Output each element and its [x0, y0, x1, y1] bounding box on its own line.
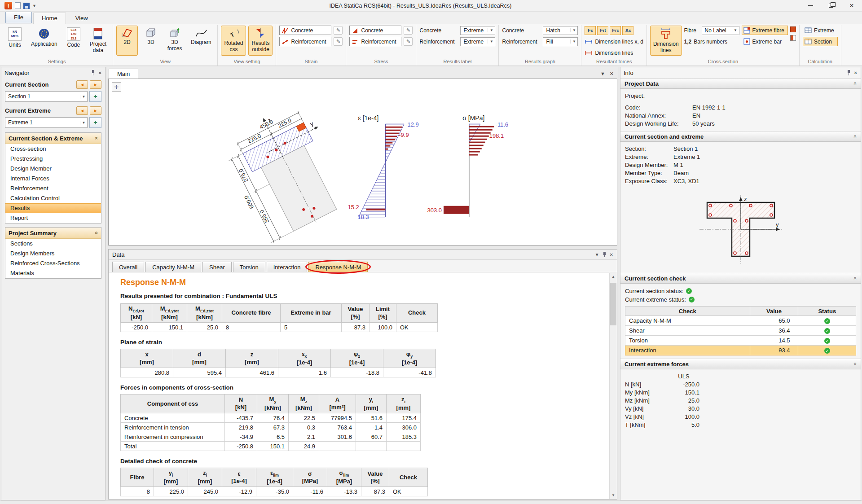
sidebar-item-reinforced-cross-sections[interactable]: Reinforced Cross-Sections	[5, 259, 101, 268]
data-tab-torsion[interactable]: Torsion	[233, 262, 265, 272]
previous-section-button[interactable]: ◄	[76, 80, 88, 89]
data-tab-interaction[interactable]: Interaction	[267, 262, 308, 272]
extreme-bar-color-icon[interactable]	[790, 35, 796, 41]
bars-numbers-toggle[interactable]: 1,2 Bars numbers	[684, 37, 739, 46]
application-icon	[38, 27, 50, 40]
scroll-up-icon[interactable]: ▲	[610, 273, 617, 280]
check-row-interaction[interactable]: Interaction93.4✓	[625, 346, 856, 355]
section-check-header[interactable]: Current section check »	[620, 273, 861, 284]
frc-toggle[interactable]: Frc	[610, 26, 621, 35]
edit-stress-reinforcement-icon[interactable]: ✎	[404, 37, 413, 46]
stress-concrete-toggle[interactable]: Concrete	[349, 26, 401, 35]
strain-concrete-toggle[interactable]: Concrete	[279, 26, 331, 35]
close-icon[interactable]: ✕	[854, 70, 858, 75]
edit-strain-concrete-icon[interactable]: ✎	[334, 26, 343, 35]
tab-home[interactable]: Home	[33, 13, 66, 24]
fibre-label-select[interactable]: No Label ▼	[702, 26, 739, 35]
view-3d-forces-button[interactable]: 3Dforces	[164, 26, 185, 56]
pin-icon[interactable]	[847, 70, 851, 75]
view-3d-button[interactable]: 3D	[140, 26, 162, 56]
strain-reinforcement-toggle[interactable]: Reinforcement	[279, 37, 331, 46]
sidebar-item-report[interactable]: Report	[5, 213, 101, 223]
sidebar-item-sections[interactable]: Sections	[5, 239, 101, 249]
edit-strain-reinforcement-icon[interactable]: ✎	[334, 37, 343, 46]
tab-file[interactable]: File	[5, 12, 32, 23]
edit-stress-concrete-icon[interactable]: ✎	[404, 26, 413, 35]
data-tab-overall[interactable]: Overall	[112, 262, 144, 272]
dimension-lines-xd-toggle[interactable]: Dimension lines x, d	[585, 37, 643, 46]
add-section-button[interactable]: +	[89, 91, 101, 102]
check-row-capacity-n-m-m[interactable]: Capacity N-M-M65.0✓	[625, 316, 856, 326]
expand-view-icon[interactable]: ✛	[112, 82, 121, 92]
tab-main[interactable]: Main	[109, 69, 138, 79]
chevron-down-icon[interactable]: ▼	[595, 252, 599, 257]
extreme-fibre-color-icon[interactable]	[790, 26, 796, 32]
pin-icon[interactable]	[603, 252, 607, 257]
sidebar-item-design-members[interactable]: Design Members	[5, 249, 101, 259]
reinforcement-label-select[interactable]: Extreme ▼	[460, 37, 495, 46]
extreme-fibre-toggle[interactable]: Extreme fibre	[742, 26, 788, 35]
restore-button[interactable]	[821, 0, 841, 12]
project-data-header[interactable]: Project Data »	[620, 78, 861, 89]
diagram-button[interactable]: Diagram	[188, 26, 214, 56]
frt-toggle[interactable]: Frt	[597, 26, 608, 35]
vertical-scrollbar[interactable]: ▲ ▼	[609, 273, 617, 499]
add-extreme-button[interactable]: +	[89, 117, 101, 128]
fc-toggle[interactable]: Fc	[585, 26, 596, 35]
extreme-forces-header[interactable]: Current extreme forces »	[620, 359, 861, 369]
concrete-label-select[interactable]: Extreme ▼	[460, 26, 495, 35]
code-button[interactable]: 0.151.9025.8 Code	[63, 26, 84, 56]
previous-extreme-button[interactable]: ◄	[76, 106, 88, 115]
reinforcement-graph-select[interactable]: Fill ▼	[543, 37, 578, 46]
current-extreme-select[interactable]: Extreme 1 ▼	[5, 117, 88, 128]
sidebar-item-cross-section[interactable]: Cross-section	[5, 144, 101, 154]
concrete-graph-select[interactable]: Hatch ▼	[543, 26, 578, 35]
cs-dimension-lines-button[interactable]: Dimensionlines	[650, 26, 682, 56]
view-2d-button[interactable]: 2D	[116, 26, 138, 56]
chevron-down-icon[interactable]: ▼	[32, 4, 36, 8]
extreme-bar-toggle[interactable]: Extreme bar	[742, 37, 788, 46]
minimize-button[interactable]	[800, 0, 821, 12]
stress-reinforcement-toggle[interactable]: Reinforcement	[349, 37, 401, 46]
project-data-button[interactable]: Projectdata	[87, 26, 110, 56]
close-icon[interactable]: ✕	[98, 70, 102, 75]
main-drawing-canvas[interactable]: ✛	[108, 79, 617, 245]
sidebar-item-prestressing[interactable]: Prestressing	[5, 154, 101, 164]
application-button[interactable]: Application	[28, 26, 61, 56]
dimension-lines-toggle[interactable]: Dimension lines	[585, 48, 643, 57]
sidebar-item-materials[interactable]: Materials	[5, 268, 101, 278]
close-icon[interactable]: ✕	[610, 71, 614, 77]
close-button[interactable]: ✕	[841, 0, 862, 12]
rotated-css-button[interactable]: T Rotatedcss	[221, 26, 246, 56]
results-outside-button[interactable]: Resultsoutside	[248, 26, 273, 56]
tab-view[interactable]: View	[67, 13, 96, 24]
data-tab-response-n-m-m[interactable]: Response N-M-M	[308, 262, 368, 272]
horizontal-splitter[interactable]	[107, 245, 618, 249]
current-section-header[interactable]: Current section and extreme »	[620, 131, 861, 142]
calculation-section-toggle[interactable]: Section	[803, 37, 838, 46]
sidebar-item-calculation-control[interactable]: Calculation Control	[5, 193, 101, 203]
units-button[interactable]: kNMPa Units	[4, 26, 26, 56]
pin-icon[interactable]	[91, 70, 95, 75]
scroll-down-icon[interactable]: ▼	[610, 491, 617, 499]
scrollbar-thumb[interactable]	[610, 283, 616, 325]
next-extreme-button[interactable]: ►	[90, 106, 101, 115]
close-icon[interactable]: ✕	[610, 252, 613, 257]
nav-group-project-summary[interactable]: Project Summary »	[5, 228, 101, 239]
check-row-torsion[interactable]: Torsion14.5✓	[625, 336, 856, 346]
next-section-button[interactable]: ►	[90, 80, 101, 89]
save-icon[interactable]	[23, 3, 30, 9]
nav-group-current-section-extreme[interactable]: Current Section & Extreme »	[5, 133, 101, 144]
sidebar-item-design-member[interactable]: Design Member	[5, 164, 101, 174]
check-row-shear[interactable]: Shear36.4✓	[625, 326, 856, 336]
sidebar-item-results[interactable]: Results	[5, 203, 101, 213]
chevron-down-icon[interactable]: ▼	[600, 71, 605, 77]
current-section-select[interactable]: Section 1 ▼	[5, 91, 88, 102]
calculation-extreme-toggle[interactable]: Extreme	[803, 26, 838, 35]
data-tab-capacity-n-m-m[interactable]: Capacity N-M-M	[145, 262, 201, 272]
ac-toggle[interactable]: Ac	[622, 26, 633, 35]
data-tab-shear[interactable]: Shear	[202, 262, 232, 272]
new-document-icon[interactable]	[15, 2, 21, 9]
sidebar-item-internal-forces[interactable]: Internal Forces	[5, 174, 101, 184]
sidebar-item-reinforcement[interactable]: Reinforcement	[5, 184, 101, 193]
